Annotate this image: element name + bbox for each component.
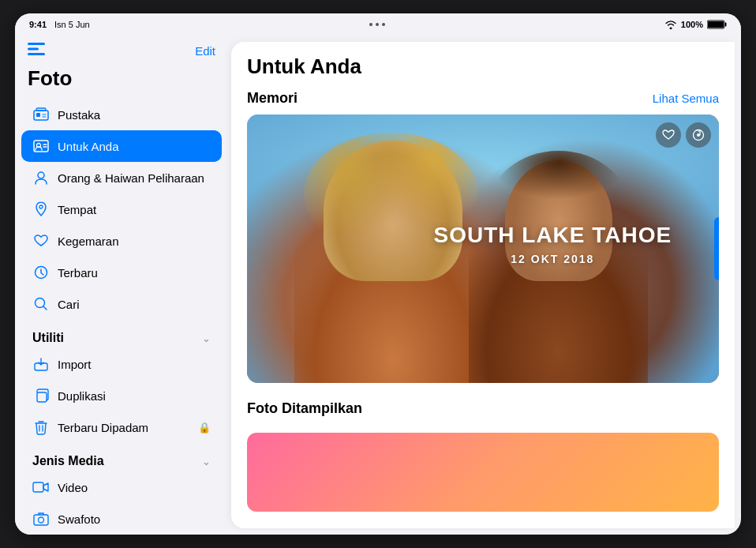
sidebar-item-terbaru-dipadam[interactable]: Terbaru Dipadam 🔒 [21,411,222,443]
status-bar-left: 9:41 Isn 5 Jun [29,20,90,29]
battery-level: 100% [681,20,703,29]
sidebar-header: Edit [15,36,228,63]
sidebar-label-swafoto: Swafoto [58,512,211,526]
tempat-icon [32,201,50,218]
sidebar-item-tempat[interactable]: Tempat [21,193,222,225]
wifi-icon [664,20,677,29]
memory-share-button[interactable] [686,122,711,148]
orang-haiwan-icon [32,169,50,186]
untuk-anda-icon [32,137,50,155]
jenis-media-chevron-icon: ⌄ [202,456,211,467]
svg-rect-3 [28,43,45,45]
cari-icon [32,295,50,313]
sidebar-item-orang-haiwan[interactable]: Orang & Haiwan Peliharaan [21,162,222,193]
memory-title-line1: SOUTH LAKE TAHOE [434,223,672,248]
see-all-memory-link[interactable]: Lihat Semua [653,92,719,105]
memory-card-actions [656,122,711,148]
sidebar-label-kegemaran: Kegemaran [58,235,211,248]
terbaru-dipadam-icon [32,419,50,436]
svg-rect-5 [28,53,45,55]
video-icon [32,479,50,496]
memory-title-line2: 12 OKT 2018 [434,253,672,265]
sidebar: Edit Foto Pustaka [15,36,228,535]
svg-point-11 [38,172,44,178]
main-panel: Untuk Anda Memori Lihat Semua [231,42,735,528]
sidebar-item-import[interactable]: Import [21,348,222,380]
svg-point-19 [39,517,44,523]
memory-section-header: Memori Lihat Semua [247,90,719,107]
sidebar-item-duplikasi[interactable]: Duplikasi [21,380,222,411]
svg-rect-7 [36,108,46,111]
sidebar-label-pustaka: Pustaka [58,108,211,122]
svg-rect-8 [36,113,40,117]
svg-rect-1 [708,21,724,28]
svg-rect-17 [33,482,43,492]
sidebar-item-cari[interactable]: Cari [21,288,222,320]
svg-rect-2 [725,23,727,27]
sidebar-toggle-icon[interactable] [28,42,45,60]
sidebar-item-untuk-anda[interactable]: Untuk Anda [21,130,222,162]
featured-photo-strip[interactable] [247,433,719,512]
sidebar-label-cari: Cari [58,298,211,311]
sidebar-item-terbaru[interactable]: Terbaru [21,257,222,288]
status-bar-center [369,23,385,26]
sidebar-label-video: Video [58,481,211,494]
jenis-media-section: Jenis Media ⌄ Video [15,445,228,535]
kegemaran-icon [32,232,50,250]
status-time: 9:41 [29,20,47,29]
dot-icon [376,23,379,26]
pustaka-icon [32,106,50,123]
status-day: Isn 5 Jun [54,20,90,29]
utiliti-header[interactable]: Utiliti ⌄ [15,323,228,348]
sidebar-item-kegemaran[interactable]: Kegemaran [21,225,222,257]
sidebar-item-video[interactable]: Video [21,471,222,503]
sidebar-label-terbaru: Terbaru [58,266,211,280]
featured-section-title: Foto Ditampilkan [247,400,362,417]
memory-card-title: SOUTH LAKE TAHOE 12 OKT 2018 [434,223,672,265]
jenis-media-title: Jenis Media [32,454,104,468]
featured-photo-bg [247,433,719,512]
utiliti-section: Utiliti ⌄ Import [15,321,228,445]
swafoto-icon [32,510,50,527]
sidebar-label-tempat: Tempat [58,203,211,216]
sidebar-label-orang: Orang & Haiwan Peliharaan [58,171,211,185]
duplikasi-icon [32,387,50,404]
status-bar-right: 100% [664,20,727,29]
svg-rect-6 [34,111,48,120]
svg-rect-4 [28,48,39,51]
sidebar-label-import: Import [58,358,211,371]
sidebar-nav-section: Pustaka Untuk Anda [15,97,228,321]
sidebar-title: Foto [15,63,228,97]
edit-button[interactable]: Edit [195,44,215,58]
featured-section-header: Foto Ditampilkan [247,400,719,425]
svg-rect-9 [34,141,48,152]
dot-icon [382,23,385,26]
memory-card[interactable]: SOUTH LAKE TAHOE 12 OKT 2018 [247,114,719,383]
terbaru-icon [32,264,50,281]
utiliti-title: Utiliti [32,331,64,345]
jenis-media-header[interactable]: Jenis Media ⌄ [15,446,228,471]
svg-point-12 [39,205,43,208]
sidebar-label-terbaru-dipadam: Terbaru Dipadam [58,421,190,434]
right-edge-indicator [714,217,719,280]
lock-icon: 🔒 [198,422,211,434]
sidebar-label-untuk-anda: Untuk Anda [58,140,211,153]
svg-rect-16 [37,392,47,402]
status-bar: 9:41 Isn 5 Jun 100% [15,13,741,36]
sidebar-item-swafoto[interactable]: Swafoto [21,503,222,535]
main-content: Edit Foto Pustaka [15,36,741,535]
memory-heart-button[interactable] [656,122,681,148]
sidebar-item-pustaka[interactable]: Pustaka [21,99,222,130]
battery-icon [707,20,727,29]
svg-rect-18 [34,515,48,525]
dot-icon [369,23,372,26]
sidebar-label-duplikasi: Duplikasi [58,389,211,403]
utiliti-chevron-icon: ⌄ [202,332,211,344]
memory-section-title: Memori [247,90,298,107]
main-page-title: Untuk Anda [247,54,719,79]
import-icon [32,355,50,373]
